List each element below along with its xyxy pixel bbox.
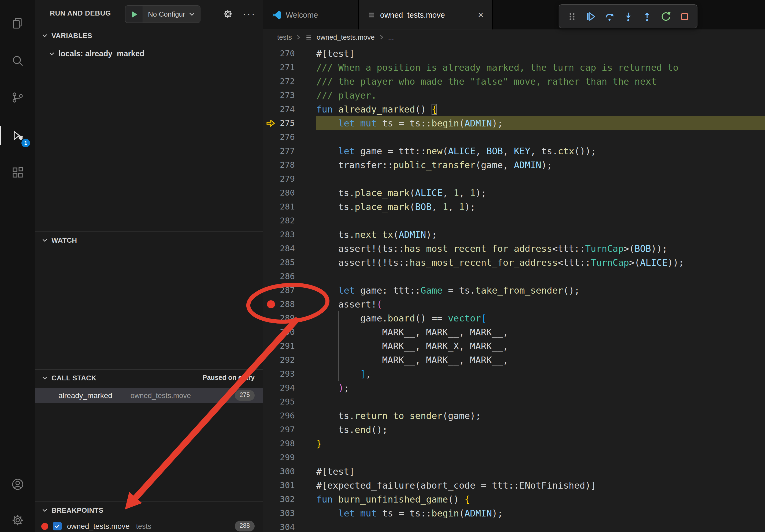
breadcrumb-item-file[interactable]: owned_tests.move: [317, 33, 375, 41]
code-line[interactable]: 285 assert!(!ts::has_most_recent_for_add…: [263, 256, 765, 269]
line-number[interactable]: 296: [263, 409, 316, 423]
stop-button[interactable]: [675, 7, 694, 26]
code-line[interactable]: 303 let mut ts = ts::begin(ADMIN);: [263, 506, 765, 520]
activity-item-run-and-debug[interactable]: 1: [0, 124, 35, 147]
line-number[interactable]: 294: [263, 381, 316, 395]
breakpoint-list-item[interactable]: owned_tests.move tests 288: [35, 519, 263, 532]
line-number[interactable]: 276: [263, 130, 316, 144]
call-stack-section-header[interactable]: CALL STACK Paused on entry: [35, 370, 263, 386]
line-number[interactable]: 298: [263, 437, 316, 450]
breakpoint-checkbox[interactable]: [53, 522, 62, 530]
activity-item-extensions[interactable]: [0, 161, 35, 184]
breakpoints-section-header[interactable]: BREAKPOINTS: [35, 502, 263, 518]
line-number[interactable]: 297: [263, 423, 316, 437]
code-line[interactable]: 283 ts.next_tx(ADMIN);: [263, 228, 765, 242]
line-number[interactable]: 303: [263, 506, 316, 520]
line-number[interactable]: 300: [263, 464, 316, 478]
code-line[interactable]: 276: [263, 130, 765, 144]
step-over-button[interactable]: [600, 7, 619, 26]
line-number[interactable]: 291: [263, 339, 316, 353]
line-number[interactable]: 270: [263, 47, 316, 61]
line-number[interactable]: 292: [263, 353, 316, 367]
line-number[interactable]: 301: [263, 478, 316, 492]
code-line[interactable]: 287 let game: ttt::Game = ts.take_from_s…: [263, 283, 765, 297]
step-into-button[interactable]: [619, 7, 637, 26]
breadcrumb-item-more[interactable]: ...: [388, 33, 394, 41]
variables-scope-row[interactable]: locals: already_marked: [35, 47, 263, 61]
activity-bar: 1: [0, 0, 35, 532]
line-number[interactable]: 280: [263, 186, 316, 200]
code-line[interactable]: 296 ts.return_to_sender(game);: [263, 409, 765, 423]
step-out-button[interactable]: [637, 7, 656, 26]
step-over-icon: [604, 11, 615, 22]
code-line[interactable]: 282: [263, 214, 765, 228]
activity-item-explorer[interactable]: [0, 12, 35, 35]
code-line[interactable]: 300#[test]: [263, 464, 765, 478]
line-number[interactable]: 282: [263, 214, 316, 228]
code-line[interactable]: 280 ts.place_mark(ALICE, 1, 1);: [263, 186, 765, 200]
code-line[interactable]: 274fun already_marked() {: [263, 102, 765, 116]
line-number[interactable]: 302: [263, 492, 316, 506]
line-number[interactable]: 289: [263, 311, 316, 325]
continue-button[interactable]: [581, 7, 600, 26]
start-debug-button[interactable]: [125, 6, 143, 23]
line-number[interactable]: 281: [263, 200, 316, 214]
breadcrumb-item-tests[interactable]: tests: [277, 33, 292, 41]
code-line[interactable]: 279: [263, 172, 765, 186]
line-number[interactable]: 274: [263, 102, 316, 116]
activity-item-source-control[interactable]: [0, 86, 35, 109]
variables-section-header[interactable]: VARIABLES: [35, 27, 263, 43]
watch-section-header[interactable]: WATCH: [35, 232, 263, 248]
line-number[interactable]: 271: [263, 61, 316, 75]
code-line[interactable]: 275 let mut ts = ts::begin(ADMIN);: [263, 116, 765, 130]
line-number[interactable]: 273: [263, 89, 316, 102]
code-line[interactable]: 298}: [263, 437, 765, 450]
code-line[interactable]: 271/// When a position is already marked…: [263, 61, 765, 75]
line-number[interactable]: 283: [263, 228, 316, 242]
breakpoint-dot[interactable]: [267, 300, 275, 308]
more-actions-button[interactable]: ···: [242, 6, 257, 21]
line-number[interactable]: 277: [263, 144, 316, 158]
line-number[interactable]: 286: [263, 269, 316, 283]
line-number[interactable]: 279: [263, 172, 316, 186]
code-line[interactable]: 277 let game = ttt::new(ALICE, BOB, KEY,…: [263, 144, 765, 158]
code-line[interactable]: 297 ts.end();: [263, 423, 765, 437]
line-number[interactable]: 284: [263, 242, 316, 256]
call-stack-frame[interactable]: already_marked owned_tests.move 275: [35, 388, 263, 403]
code-line[interactable]: 281 ts.place_mark(BOB, 1, 1);: [263, 200, 765, 214]
activity-item-settings[interactable]: [0, 508, 35, 532]
code-line[interactable]: 284 assert!(ts::has_most_recent_for_addr…: [263, 242, 765, 256]
code-line[interactable]: 304: [263, 520, 765, 532]
tab-close-button[interactable]: ×: [478, 10, 483, 20]
activity-item-search[interactable]: [0, 49, 35, 73]
code-line[interactable]: 288 assert!(: [263, 297, 765, 311]
line-number[interactable]: 278: [263, 158, 316, 172]
line-number[interactable]: 293: [263, 367, 316, 381]
line-number[interactable]: 299: [263, 450, 316, 464]
line-number[interactable]: 272: [263, 75, 316, 89]
restart-button[interactable]: [656, 7, 675, 26]
debug-settings-button[interactable]: [220, 6, 235, 21]
code-line[interactable]: 295: [263, 395, 765, 409]
line-number[interactable]: 304: [263, 520, 316, 532]
config-dropdown[interactable]: No Configur: [143, 6, 200, 23]
code-line[interactable]: 273/// player.: [263, 89, 765, 102]
code-line[interactable]: 270#[test]: [263, 47, 765, 61]
code-line[interactable]: 299: [263, 450, 765, 464]
line-number[interactable]: 275: [263, 116, 316, 130]
line-number[interactable]: 287: [263, 283, 316, 297]
line-number[interactable]: 295: [263, 395, 316, 409]
line-number[interactable]: 285: [263, 256, 316, 269]
code-line[interactable]: 272/// the player who made the "false" m…: [263, 75, 765, 89]
line-number[interactable]: 290: [263, 325, 316, 339]
toolbar-drag-handle[interactable]: [562, 7, 581, 26]
activity-item-account[interactable]: [0, 472, 35, 496]
code-line[interactable]: 301#[expected_failure(abort_code = ttt::…: [263, 478, 765, 492]
code-line[interactable]: 278 transfer::public_transfer(game, ADMI…: [263, 158, 765, 172]
code-line[interactable]: 294 );: [263, 381, 765, 395]
line-number[interactable]: 288: [263, 297, 316, 311]
tab-welcome[interactable]: Welcome: [263, 0, 359, 30]
code-line[interactable]: 286: [263, 269, 765, 283]
code-line[interactable]: 302fun burn_unfinished_game() {: [263, 492, 765, 506]
tab-owned-tests-move[interactable]: owned_tests.move ×: [359, 0, 493, 30]
